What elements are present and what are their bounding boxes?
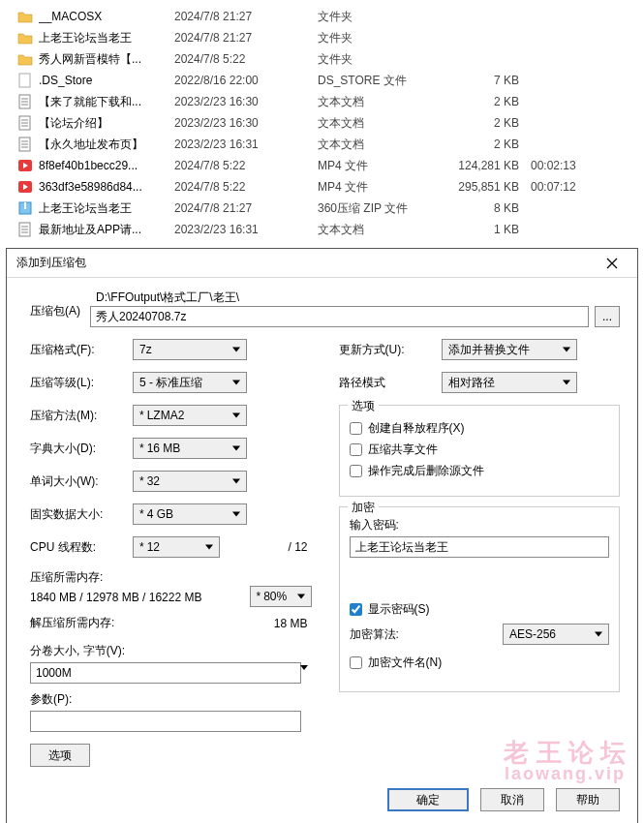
- ok-button[interactable]: 确定: [387, 788, 469, 811]
- file-type: 360压缩 ZIP 文件: [318, 200, 453, 217]
- help-button[interactable]: 帮助: [556, 788, 620, 811]
- file-icon: [17, 73, 33, 88]
- level-label: 压缩等级(L):: [30, 375, 133, 391]
- file-type: 文本文档: [318, 222, 453, 238]
- file-duration: 00:02:13: [531, 159, 600, 172]
- params-label: 参数(P):: [30, 691, 312, 708]
- encrypt-group: 加密 输入密码: 显示密码(S) 加密算法:AES-256 加密文件名(N): [339, 506, 621, 692]
- file-row[interactable]: 上老王论坛当老王2024/7/8 21:27文件夹: [0, 27, 644, 48]
- file-type: 文件夹: [318, 30, 453, 46]
- decomp-mem-value: 18 MB: [274, 617, 312, 630]
- file-icon: [17, 9, 33, 24]
- dict-select[interactable]: 16 MB: [133, 438, 247, 459]
- file-list: __MACOSX2024/7/8 21:27文件夹上老王论坛当老王2024/7/…: [0, 0, 644, 246]
- file-row[interactable]: __MACOSX2024/7/8 21:27文件夹: [0, 6, 644, 27]
- file-row[interactable]: 363df3e58986d84...2024/7/8 5:22MP4 文件295…: [0, 176, 644, 198]
- file-type: 文本文档: [318, 115, 453, 132]
- close-button[interactable]: [595, 249, 629, 277]
- pathmode-select[interactable]: 相对路径: [442, 372, 577, 393]
- pathmode-label: 路径模式: [339, 375, 442, 391]
- archive-name-input[interactable]: [90, 306, 589, 327]
- file-name: 363df3e58986d84...: [39, 180, 174, 194]
- file-name: 【永久地址发布页】: [39, 137, 174, 153]
- algo-select[interactable]: AES-256: [503, 624, 609, 645]
- sfx-checkbox[interactable]: 创建自释放程序(X): [350, 420, 610, 437]
- delete-checkbox[interactable]: 操作完成后删除源文件: [350, 463, 610, 479]
- left-column: 压缩格式(F):7z 压缩等级(L):5 - 标准压缩 压缩方法(M):LZMA…: [30, 339, 312, 767]
- file-size: 2 KB: [453, 116, 531, 130]
- file-icon: [17, 200, 33, 216]
- file-size: 124,281 KB: [453, 159, 531, 172]
- file-row[interactable]: 【来了就能下载和...2023/2/23 16:30文本文档2 KB: [0, 91, 644, 112]
- cancel-button[interactable]: 取消: [480, 788, 544, 811]
- file-row[interactable]: 秀人网新晋模特【...2024/7/8 5:22文件夹: [0, 48, 644, 70]
- format-label: 压缩格式(F):: [30, 342, 133, 358]
- file-type: MP4 文件: [318, 179, 453, 196]
- file-date: 2024/7/8 5:22: [174, 159, 318, 172]
- mem-pct-select[interactable]: 80%: [250, 586, 312, 607]
- split-input[interactable]: [30, 662, 301, 684]
- file-row[interactable]: 【论坛介绍】2023/2/23 16:30文本文档2 KB: [0, 112, 644, 134]
- method-label: 压缩方法(M):: [30, 408, 133, 424]
- word-select[interactable]: 32: [133, 471, 247, 492]
- solid-label: 固实数据大小:: [30, 506, 133, 523]
- split-label: 分卷大小, 字节(V):: [30, 643, 312, 659]
- file-type: 文本文档: [318, 137, 453, 153]
- file-duration: 00:07:12: [531, 180, 600, 194]
- dialog-footer: 确定 取消 帮助: [7, 778, 637, 823]
- format-select[interactable]: 7z: [133, 339, 247, 360]
- file-size: 8 KB: [453, 201, 531, 215]
- right-column: 更新方式(U):添加并替换文件 路径模式相对路径 选项 创建自释放程序(X) 压…: [339, 339, 621, 767]
- cpu-max: / 12: [220, 540, 312, 554]
- share-checkbox[interactable]: 压缩共享文件: [350, 442, 610, 458]
- file-row[interactable]: .DS_Store2022/8/16 22:00DS_STORE 文件7 KB: [0, 70, 644, 91]
- file-date: 2024/7/8 21:27: [174, 31, 318, 45]
- encnames-checkbox[interactable]: 加密文件名(N): [350, 655, 610, 671]
- update-select[interactable]: 添加并替换文件: [442, 339, 577, 360]
- file-date: 2023/2/23 16:30: [174, 95, 318, 108]
- file-size: 295,851 KB: [453, 180, 531, 194]
- file-type: 文件夹: [318, 9, 453, 25]
- options-group: 选项 创建自释放程序(X) 压缩共享文件 操作完成后删除源文件: [339, 405, 621, 497]
- file-icon: [17, 179, 33, 195]
- archive-path: D:\FFOutput\格式工厂\老王\: [90, 290, 620, 306]
- file-row[interactable]: 【永久地址发布页】2023/2/23 16:31文本文档2 KB: [0, 134, 644, 155]
- showpw-checkbox[interactable]: 显示密码(S): [350, 601, 610, 618]
- close-icon: [606, 258, 618, 269]
- params-input[interactable]: [30, 711, 301, 732]
- cpu-select[interactable]: 12: [133, 536, 220, 558]
- file-name: 8f8ef40b1becc29...: [39, 159, 174, 172]
- file-date: 2024/7/8 5:22: [174, 52, 318, 66]
- file-icon: [17, 51, 33, 67]
- level-select[interactable]: 5 - 标准压缩: [133, 372, 247, 393]
- file-row[interactable]: 最新地址及APP请...2023/2/23 16:31文本文档1 KB: [0, 219, 644, 240]
- password-input[interactable]: [350, 536, 610, 558]
- file-date: 2023/2/23 16:30: [174, 116, 318, 130]
- archive-dialog: 添加到压缩包 压缩包(A) D:\FFOutput\格式工厂\老王\ ... 压…: [6, 248, 638, 823]
- mem-need-value: 1840 MB / 12978 MB / 16222 MB: [30, 591, 250, 604]
- dialog-title: 添加到压缩包: [16, 255, 595, 271]
- browse-button[interactable]: ...: [595, 306, 620, 327]
- file-type: 文件夹: [318, 51, 453, 68]
- options-button[interactable]: 选项: [30, 744, 90, 767]
- file-icon: [17, 115, 33, 131]
- file-name: __MACOSX: [39, 10, 174, 23]
- file-name: 【来了就能下载和...: [39, 94, 174, 110]
- method-select[interactable]: LZMA2: [133, 405, 247, 426]
- file-row[interactable]: 上老王论坛当老王2024/7/8 21:27360压缩 ZIP 文件8 KB: [0, 198, 644, 219]
- file-type: 文本文档: [318, 94, 453, 110]
- file-date: 2022/8/16 22:00: [174, 74, 318, 87]
- dict-label: 字典大小(D):: [30, 441, 133, 457]
- file-size: 7 KB: [453, 74, 531, 87]
- encrypt-group-title: 加密: [348, 500, 379, 516]
- file-icon: [17, 94, 33, 109]
- file-type: MP4 文件: [318, 158, 453, 174]
- file-icon: [17, 222, 33, 237]
- algo-label: 加密算法:: [350, 626, 417, 643]
- file-size: 2 KB: [453, 137, 531, 151]
- solid-select[interactable]: 4 GB: [133, 503, 247, 525]
- file-date: 2024/7/8 5:22: [174, 180, 318, 194]
- file-row[interactable]: 8f8ef40b1becc29...2024/7/8 5:22MP4 文件124…: [0, 155, 644, 176]
- file-size: 2 KB: [453, 95, 531, 108]
- file-date: 2023/2/23 16:31: [174, 137, 318, 151]
